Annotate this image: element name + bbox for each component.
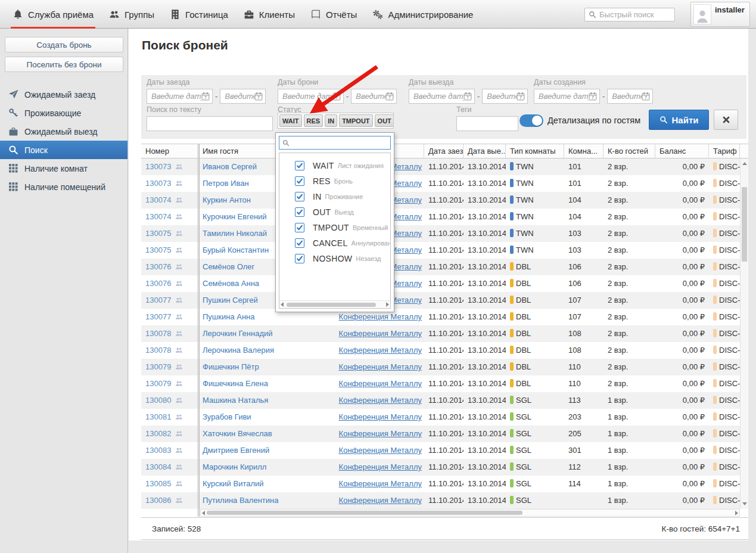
calendar-icon[interactable]: 7 xyxy=(332,92,341,101)
guest-name-link[interactable]: Пушкина Анна xyxy=(203,312,255,321)
scroll-left-arrow[interactable] xyxy=(281,302,284,307)
column-header-3[interactable]: Дата заез... xyxy=(424,144,463,158)
sidebar-item-2[interactable]: Ожидаемый выезд xyxy=(0,122,127,141)
sidebar-item-3[interactable]: Поиск xyxy=(0,141,127,159)
checkbox-checked[interactable] xyxy=(295,238,304,248)
horizontal-scrollbar[interactable] xyxy=(200,509,740,517)
column-header-9[interactable]: Тариф xyxy=(709,144,740,158)
column-header-6[interactable]: Комна... xyxy=(564,144,603,158)
sidebar-item-1[interactable]: Проживающие xyxy=(0,104,127,122)
status-option-tmpout[interactable]: TMPOUTВременный выезд xyxy=(279,220,390,235)
group-link[interactable]: Конференция Металлу xyxy=(339,496,422,505)
table-row[interactable]: 130077Пушкин СергейКонференция Металлу11… xyxy=(141,292,748,309)
quick-search[interactable] xyxy=(584,8,675,21)
booking-number-link[interactable]: 130076 xyxy=(145,279,171,288)
booking-number-link[interactable]: 130085 xyxy=(145,479,171,488)
date-to-field[interactable]: 7 xyxy=(482,89,528,104)
checkbox-checked[interactable] xyxy=(295,254,304,263)
status-option-cancel[interactable]: CANCELАннулировано xyxy=(279,235,390,251)
booking-number-link[interactable]: 130080 xyxy=(145,396,171,405)
scroll-left-arrow[interactable] xyxy=(202,511,205,515)
booking-number-link[interactable]: 130074 xyxy=(145,195,171,204)
column-header-1[interactable]: Имя гостя xyxy=(198,144,280,158)
sidebar-item-0[interactable]: Ожидаемый заезд xyxy=(0,85,127,104)
calendar-icon[interactable]: 7 xyxy=(201,92,210,101)
guest-name-link[interactable]: Бурый Константин xyxy=(203,246,269,254)
find-button[interactable]: Найти xyxy=(649,110,709,130)
table-row[interactable]: 130080Машкина НатальяКонференция Металлу… xyxy=(141,392,748,409)
date-to-field[interactable]: 7 xyxy=(607,89,653,104)
table-row[interactable]: 130078Лерочкин ГеннадийКонференция Метал… xyxy=(141,325,748,342)
booking-number-link[interactable]: 130075 xyxy=(145,246,171,254)
date-from-input[interactable] xyxy=(539,92,589,101)
checkbox-checked[interactable] xyxy=(295,161,304,170)
booking-number-link[interactable]: 130076 xyxy=(145,262,171,271)
guest-name-link[interactable]: Пушкин Сергей xyxy=(203,296,258,305)
horizontal-scrollbar-thumb[interactable] xyxy=(207,511,522,515)
dropdown-horizontal-scrollbar[interactable] xyxy=(279,300,390,308)
scroll-right-arrow[interactable] xyxy=(386,302,389,307)
guest-name-link[interactable]: Семёнова Анна xyxy=(203,279,259,288)
booking-number-link[interactable]: 130079 xyxy=(145,379,171,388)
guest-name-link[interactable]: Зурабов Гиви xyxy=(203,412,251,421)
nav-tab-5[interactable]: Администрирование xyxy=(365,0,481,29)
table-row[interactable]: 130084Марочкин КириллКонференция Металлу… xyxy=(141,459,748,476)
date-from-input[interactable] xyxy=(151,92,201,101)
guest-name-link[interactable]: Лерочкина Валерия xyxy=(203,346,274,355)
status-chip-tmpout[interactable]: TMPOUT xyxy=(339,114,372,127)
date-to-input[interactable] xyxy=(487,92,517,101)
table-row[interactable]: 130074Курочкин ЕвгенийКонференция Металл… xyxy=(141,209,748,225)
status-option-res[interactable]: RESБронь xyxy=(279,173,390,189)
booking-number-link[interactable]: 130082 xyxy=(145,429,171,438)
column-header-0[interactable]: Номер xyxy=(141,144,198,158)
group-link[interactable]: Конференция Металлу xyxy=(339,346,422,355)
group-link[interactable]: Конференция Металлу xyxy=(339,446,422,455)
booking-number-link[interactable]: 130073 xyxy=(145,179,171,188)
booking-number-link[interactable]: 130081 xyxy=(145,412,171,421)
date-to-input[interactable] xyxy=(612,92,642,101)
group-link[interactable]: Конференция Металлу xyxy=(339,462,422,471)
status-option-in[interactable]: INПроживание xyxy=(279,189,390,204)
date-to-field[interactable]: 7 xyxy=(351,89,397,104)
status-chip-wait[interactable]: WAIT xyxy=(279,114,302,127)
vertical-scrollbar-thumb[interactable] xyxy=(742,187,747,262)
sidebar-button-1[interactable]: Поселить без брони xyxy=(5,57,123,72)
booking-number-link[interactable]: 130077 xyxy=(145,296,171,305)
checkbox-checked[interactable] xyxy=(295,192,304,201)
scroll-down-arrow[interactable] xyxy=(742,502,747,505)
date-to-input[interactable] xyxy=(225,92,254,101)
table-row[interactable]: 130073Иванов СергейКонференция Металлу11… xyxy=(141,159,748,175)
status-chip-in[interactable]: IN xyxy=(325,114,337,127)
booking-number-link[interactable]: 130086 xyxy=(145,496,171,505)
status-option-out[interactable]: OUTВыезд xyxy=(279,204,390,220)
guest-name-link[interactable]: Курочкин Евгений xyxy=(203,212,267,221)
status-option-noshow[interactable]: NOSHOWНезаезд xyxy=(279,251,390,266)
booking-number-link[interactable]: 130079 xyxy=(145,362,171,371)
group-link[interactable]: Конференция Металлу xyxy=(339,379,422,388)
table-row[interactable]: 130073Петров ИванКонференция Металлу11.1… xyxy=(141,175,748,192)
scroll-right-arrow[interactable] xyxy=(735,511,738,515)
status-chip-res[interactable]: RES xyxy=(304,114,323,127)
guest-name-link[interactable]: Фишечкин Пётр xyxy=(203,362,259,371)
table-row[interactable]: 130081Зурабов ГивиКонференция Металлу11.… xyxy=(141,409,748,425)
checkbox-checked[interactable] xyxy=(295,176,304,186)
booking-number-link[interactable]: 130078 xyxy=(145,329,171,338)
table-row[interactable]: 130074Куркин АнтонКонференция Металлу11.… xyxy=(141,192,748,209)
guest-name-link[interactable]: Марочкин Кирилл xyxy=(203,462,266,471)
checkbox-checked[interactable] xyxy=(295,207,304,217)
nav-tab-1[interactable]: Группы xyxy=(101,0,162,29)
table-row[interactable]: 130077Пушкина АннаКонференция Металлу11.… xyxy=(141,309,748,325)
calendar-icon[interactable]: 7 xyxy=(463,92,472,101)
guest-name-link[interactable]: Фишечкина Елена xyxy=(203,379,268,388)
table-row[interactable]: 130075Бурый КонстантинКонференция Металл… xyxy=(141,242,748,259)
guest-name-link[interactable]: Петров Иван xyxy=(203,179,249,188)
guest-name-link[interactable]: Лерочкин Геннадий xyxy=(203,329,273,338)
table-row[interactable]: 130075Тамилин НиколайКонференция Металлу… xyxy=(141,225,748,242)
table-row[interactable]: 130086Путилина ВалентинаКонференция Мета… xyxy=(141,492,748,509)
date-from-input[interactable] xyxy=(413,92,463,101)
table-row[interactable]: 130085Курский ВиталийКонференция Металлу… xyxy=(141,476,748,492)
group-link[interactable]: Конференция Металлу xyxy=(339,362,422,371)
column-header-8[interactable]: Баланс xyxy=(655,144,709,158)
table-row[interactable]: 130082Хаточкин ВячеславКонференция Метал… xyxy=(141,425,748,442)
date-from-field[interactable]: 7 xyxy=(147,89,213,104)
